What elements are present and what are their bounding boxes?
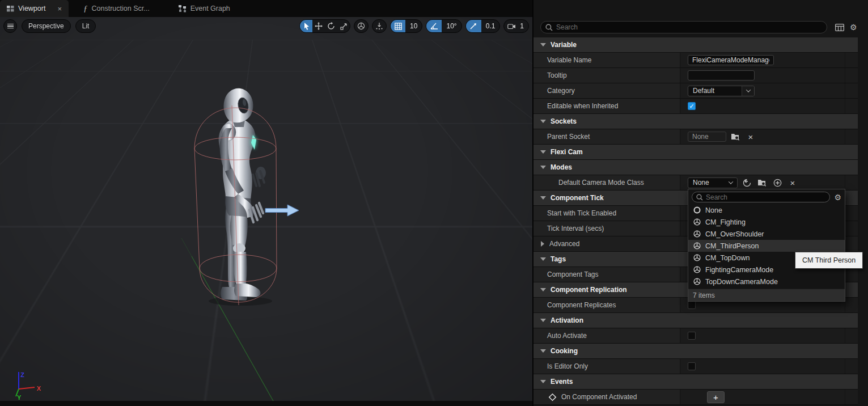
picker-item-label: TopDownCameraMode [705,278,778,286]
viewport-tabbar: Viewport × ƒ Construction Scr... Event G… [0,0,532,17]
picker-search[interactable] [692,192,830,202]
auto-activate-label: Auto Activate [533,328,680,343]
grid-snap-toggle[interactable] [391,20,405,32]
viewport-bottom-strip [0,401,533,406]
gizmo-coordinate-icon [357,22,365,30]
camera-speed-value[interactable]: 1 [519,20,528,32]
blueprint-class-icon [693,230,701,238]
move-icon [315,22,323,30]
row-on-component-activated: On Component Activated + [533,390,858,405]
event-graph-icon [178,5,187,12]
camera-mode-class-label: Default Camera Mode Class [533,175,680,190]
variable-name-label: Variable Name [533,53,680,67]
picker-item-cm-fighting[interactable]: CM_Fighting [688,216,845,228]
scale-tool-button[interactable] [337,20,350,32]
collapse-triangle-icon [540,380,546,383]
viewport-options-button[interactable] [3,19,17,33]
display-filter-icon[interactable] [835,24,844,31]
details-search-input[interactable] [553,23,827,31]
world-coordinate-button[interactable] [354,19,369,33]
picker-item-topdowncameramode[interactable]: TopDownCameraMode [688,276,845,287]
perspective-button[interactable]: Perspective [22,19,71,33]
section-cooking[interactable]: Cooking [533,344,858,359]
picker-item-none[interactable]: None [688,204,845,216]
section-cooking-label: Cooking [551,347,578,355]
rotate-tool-button[interactable] [325,20,337,32]
lit-button[interactable]: Lit [75,19,96,33]
tooltip: CM Third Person [795,252,863,269]
component-replicates-checkbox[interactable] [688,301,696,309]
section-tags-label: Tags [551,255,566,263]
camera-mode-class-value: None [688,179,714,187]
section-replication-label: Component Replication [551,286,627,294]
search-icon [696,194,703,201]
select-arrow-icon [303,22,310,30]
details-settings-gear-icon[interactable]: ⚙ [850,23,857,31]
tab-event-graph-label: Event Graph [190,5,230,12]
section-flexi-cam[interactable]: Flexi Cam [533,145,858,160]
browse-socket-button[interactable] [729,131,742,142]
move-tool-button[interactable] [312,20,325,32]
section-modes[interactable]: Modes [533,160,858,175]
section-sockets[interactable]: Sockets [533,114,858,129]
collapse-triangle-icon [540,257,546,261]
picker-item-cm-thirdperson[interactable]: CM_ThirdPerson [688,240,845,252]
picker-item-label: CM_ThirdPerson [705,242,759,250]
section-sockets-label: Sockets [551,117,577,125]
blueprint-class-icon [693,218,701,226]
section-events[interactable]: Events [533,374,858,390]
details-search[interactable] [540,21,827,33]
is-editor-only-checkbox[interactable] [688,362,696,370]
section-activation[interactable]: Activation [533,313,858,328]
blueprint-class-icon [693,278,701,285]
close-icon[interactable]: × [57,5,62,13]
viewport-vignette [0,17,532,401]
picker-settings-gear-icon[interactable]: ⚙ [834,193,841,201]
component-tags-label: Component Tags [533,267,680,282]
angle-snap-value[interactable]: 10° [442,20,461,32]
create-new-asset-button[interactable] [771,177,784,188]
select-tool-button[interactable] [300,20,312,32]
scale-snap-group: 0.1 [465,19,501,33]
browse-asset-button[interactable] [756,177,768,188]
perspective-label: Perspective [28,22,64,30]
surface-snapping-button[interactable] [372,19,387,33]
tab-construction-script[interactable]: ƒ Construction Scr... [77,0,156,17]
editable-checkbox[interactable]: ✓ [688,102,696,110]
section-variable[interactable]: Variable [533,37,858,53]
picker-search-input[interactable] [703,193,829,201]
picker-item-cm-overshoulder[interactable]: CM_OverShoulder [688,228,845,240]
category-label: Category [533,83,680,98]
blueprint-class-icon [693,266,701,273]
viewport-toolbar: Perspective Lit [0,18,532,34]
variable-name-input[interactable] [688,55,774,65]
camera-speed-button[interactable] [504,20,519,32]
row-default-camera-mode-class: Default Camera Mode Class None [533,175,858,191]
angle-snap-toggle[interactable] [426,20,442,32]
row-parent-socket: Parent Socket × [533,129,858,145]
tooltip-input[interactable] [688,70,755,81]
picker-search-row: ⚙ [688,189,845,204]
use-selected-asset-button[interactable] [740,177,753,188]
scale-snap-value[interactable]: 0.1 [481,20,500,32]
parent-socket-input[interactable] [688,132,726,142]
tick-interval-label: Tick Interval (secs) [533,221,680,236]
auto-activate-checkbox[interactable] [688,332,696,340]
unreal-editor-window: Viewport × ƒ Construction Scr... Event G… [0,0,868,406]
tab-viewport[interactable]: Viewport × [0,0,69,17]
clear-class-button[interactable]: × [786,177,799,188]
3d-viewport[interactable]: Z X Y Perspective Lit [0,17,532,401]
collapse-triangle-icon [540,120,546,123]
tab-event-graph[interactable]: Event Graph [171,0,237,17]
picker-item-label: FightingCameraMode [705,266,773,274]
scale-snap-toggle[interactable] [466,20,481,32]
clear-socket-button[interactable]: × [744,131,757,142]
chevron-down-icon [729,179,733,184]
add-event-button[interactable]: + [707,391,725,403]
camera-icon [507,23,516,29]
tab-viewport-label: Viewport [18,5,45,12]
camera-mode-class-combo[interactable]: None [688,177,738,188]
category-combo[interactable]: Default [688,86,755,96]
grid-snap-group: 10 [390,19,422,33]
grid-snap-value[interactable]: 10 [405,20,422,32]
